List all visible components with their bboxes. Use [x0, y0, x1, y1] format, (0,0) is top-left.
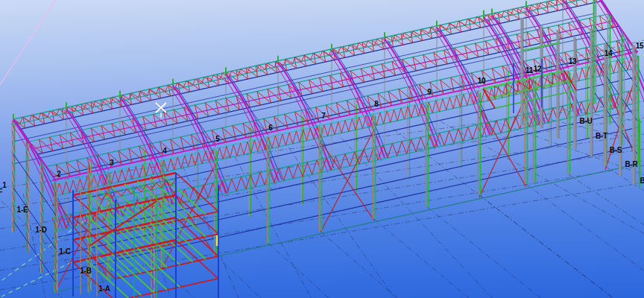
axis-lines [0, 0, 55, 85]
model-svg [0, 0, 644, 298]
model-canvas [0, 0, 644, 298]
workplane-marker [156, 103, 167, 118]
model-viewport[interactable]: 1234567891011121314151-F1-E1-D1-C1-B1-AB… [0, 0, 644, 298]
